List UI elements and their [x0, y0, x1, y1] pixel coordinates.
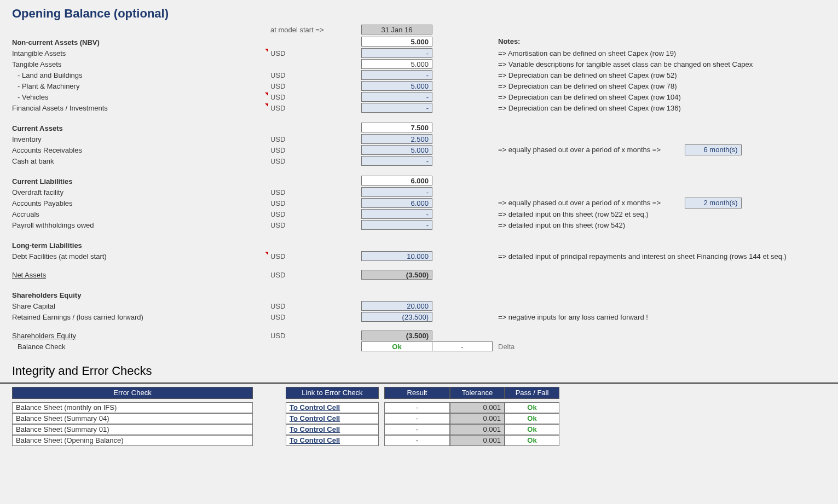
- integrity-title: Integrity and Error Checks: [0, 352, 838, 380]
- row-label: Payroll withholdings owed: [0, 221, 268, 230]
- balance-check-label: Balance Check: [0, 342, 268, 351]
- value-cell[interactable]: -: [361, 187, 432, 197]
- row-note: => detailed input on this sheet (row 542…: [493, 221, 799, 229]
- row-currency: USD: [268, 82, 361, 90]
- row-note: => equally phased out over a period of x…: [493, 144, 799, 155]
- row-note: => equally phased out over a period of x…: [493, 198, 799, 208]
- value-cell[interactable]: 5.000: [361, 145, 432, 155]
- ec-tolerance: 0,001: [450, 413, 505, 424]
- section-head-ca: Current Assets: [0, 121, 268, 134]
- section-head-ltl: Long-term Liabilities: [0, 238, 268, 251]
- se-total-value: (3.500): [361, 331, 432, 340]
- ec-link[interactable]: To Control Cell: [286, 402, 379, 413]
- row-currency: USD: [268, 146, 361, 154]
- row-note: => Depreciation can be defined on sheet …: [493, 104, 799, 112]
- row-label: - Plant & Machinery: [0, 82, 268, 91]
- delta-label: Delta: [493, 343, 799, 351]
- balance-check-ok: Ok: [361, 341, 432, 351]
- row-label: Accruals: [0, 210, 268, 219]
- page-title: Opening Balance (optional): [0, 4, 838, 24]
- notes-header: Notes:: [493, 37, 799, 45]
- ec-result: -: [384, 413, 450, 424]
- ca-total: 7.500: [361, 123, 432, 132]
- ec-header-tol: Tolerance: [450, 387, 505, 399]
- row-note: => detailed input of principal repayment…: [493, 252, 799, 260]
- value-cell[interactable]: -: [361, 48, 432, 58]
- value-cell[interactable]: -: [361, 92, 432, 102]
- value-cell[interactable]: (23.500): [361, 312, 432, 322]
- value-cell[interactable]: 10.000: [361, 251, 432, 261]
- row-currency: USD: [268, 199, 361, 207]
- net-assets-label: Net Assets: [0, 270, 268, 280]
- model-start-label: at model start =>: [268, 26, 361, 34]
- value-cell[interactable]: -: [361, 156, 432, 166]
- ec-row-label: Balance Sheet (Summary 01): [12, 424, 253, 435]
- ec-link[interactable]: To Control Cell: [286, 413, 379, 424]
- row-currency: USD: [268, 71, 361, 79]
- row-note: => Depreciation can be defined on sheet …: [493, 71, 799, 79]
- se-total-label: Shareholders Equity: [0, 331, 268, 340]
- ec-passfail: Ok: [505, 435, 559, 446]
- period-input[interactable]: 6 month(s): [685, 144, 742, 155]
- row-label: Retained Earnings / (loss carried forwar…: [0, 312, 268, 322]
- net-assets-value: (3.500): [361, 270, 432, 280]
- row-currency: USD: [268, 104, 361, 112]
- ec-link[interactable]: To Control Cell: [286, 435, 379, 446]
- ec-result: -: [384, 435, 450, 446]
- row-label: Financial Assets / Investments: [0, 103, 268, 113]
- row-currency: USD: [268, 252, 361, 260]
- row-currency: USD: [268, 271, 361, 279]
- row-currency: USD: [268, 93, 361, 101]
- section-head-cl: Current Liabilities: [0, 174, 268, 187]
- value-cell: 5.000: [361, 59, 432, 69]
- ec-header-ec: Error Check: [12, 387, 253, 399]
- ec-tolerance: 0,001: [450, 402, 505, 413]
- balance-check-delta: -: [432, 341, 493, 351]
- row-label: Cash at bank: [0, 157, 268, 166]
- row-label: Accounts Payables: [0, 199, 268, 208]
- ec-header-result: Result: [384, 387, 450, 399]
- row-label: - Vehicles: [0, 92, 268, 102]
- section-head-nca: Non-current Assets (NBV): [0, 35, 268, 48]
- ec-row-label: Balance Sheet (monthly on IFS): [12, 402, 253, 413]
- row-note: => negative inputs for any loss carried …: [493, 313, 799, 321]
- row-currency: USD: [268, 332, 361, 340]
- value-cell[interactable]: -: [361, 103, 432, 113]
- cl-total: 6.000: [361, 176, 432, 186]
- nca-total: 5.000: [361, 37, 432, 47]
- row-note: => detailed input on this sheet (row 522…: [493, 210, 799, 218]
- ec-link[interactable]: To Control Cell: [286, 424, 379, 435]
- row-note: => Variable descriptions for tangible as…: [493, 60, 799, 68]
- ec-row-label: Balance Sheet (Opening Balance): [12, 435, 253, 446]
- value-cell[interactable]: 5.000: [361, 81, 432, 91]
- value-cell[interactable]: -: [361, 220, 432, 230]
- ec-result: -: [384, 424, 450, 435]
- value-cell[interactable]: -: [361, 70, 432, 80]
- ec-result: -: [384, 402, 450, 413]
- ec-tolerance: 0,001: [450, 424, 505, 435]
- value-cell[interactable]: 20.000: [361, 301, 432, 311]
- row-label: Share Capital: [0, 302, 268, 311]
- row-currency: USD: [268, 313, 361, 321]
- row-currency: USD: [268, 210, 361, 218]
- row-label: Overdraft facility: [0, 188, 268, 197]
- date-header-cell: 31 Jan 16: [361, 25, 432, 34]
- row-currency: USD: [268, 302, 361, 310]
- ec-row-label: Balance Sheet (Summary 04): [12, 413, 253, 424]
- value-cell[interactable]: 6.000: [361, 198, 432, 208]
- row-label: Accounts Receivables: [0, 146, 268, 155]
- period-input[interactable]: 2 month(s): [685, 198, 742, 208]
- row-label: Inventory: [0, 135, 268, 144]
- row-currency: USD: [268, 135, 361, 143]
- value-cell[interactable]: -: [361, 209, 432, 219]
- value-cell[interactable]: 2.500: [361, 134, 432, 144]
- row-currency: USD: [268, 49, 361, 57]
- ec-passfail: Ok: [505, 424, 559, 435]
- row-label: Tangible Assets: [0, 60, 268, 69]
- row-label: - Land and Buildings: [0, 71, 268, 80]
- ec-passfail: Ok: [505, 413, 559, 424]
- ec-passfail: Ok: [505, 402, 559, 413]
- row-currency: USD: [268, 157, 361, 165]
- ec-tolerance: 0,001: [450, 435, 505, 446]
- section-head-se: Shareholders Equity: [0, 288, 268, 300]
